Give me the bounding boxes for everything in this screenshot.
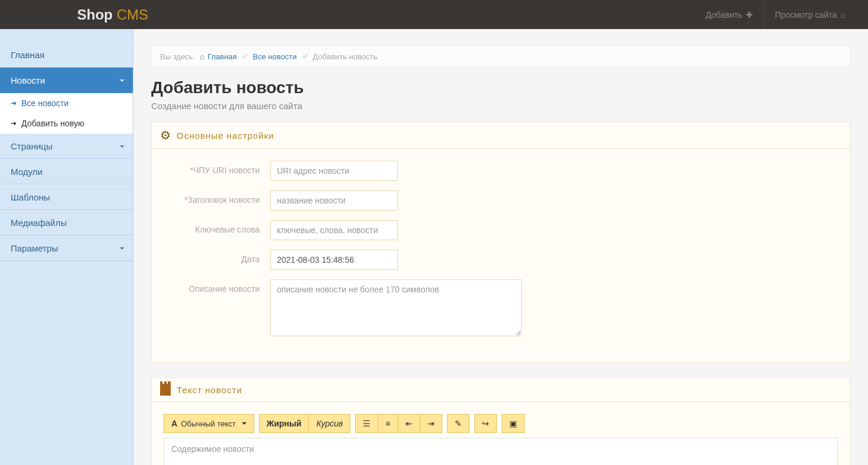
chevron-down-icon (120, 247, 125, 250)
form-row-date: Дата (164, 250, 838, 270)
breadcrumb-home[interactable]: ⌂ Главная (200, 52, 237, 61)
view-site-label: Просмотр сайта (775, 10, 837, 20)
panel-news-text: Текст новости A Обычный текст Жирный Кур… (151, 377, 850, 465)
uri-input[interactable] (270, 161, 398, 181)
chevron-down-icon (120, 79, 125, 82)
unordered-list-button[interactable]: ☰ (355, 414, 378, 433)
brand-shop-text: Shop (77, 7, 113, 23)
main-content: Вы здесь: ⌂ Главная ☍ Все новости ☍ Доба… (133, 29, 868, 465)
font-icon: A (171, 419, 177, 428)
editor-toolbar: A Обычный текст Жирный Курсив ☰ ≡ ⇤ ⇥ (164, 414, 838, 433)
image-icon: ▣ (509, 419, 517, 428)
sidebar-item-home[interactable]: Главная (0, 42, 133, 68)
sidebar-item-media[interactable]: Медиафайлы (0, 210, 133, 235)
panel-header: ⚙ Основные настройки (152, 122, 850, 149)
uri-label: *ЧПУ URI новости (164, 161, 270, 175)
toolbar-group-image: ▣ (502, 414, 525, 433)
breadcrumb-allnews-label: Все новости (253, 52, 296, 61)
outdent-button[interactable]: ⇤ (398, 414, 420, 433)
page-subtitle: Создание новости для вашего сайта (151, 101, 850, 111)
outdent-icon: ⇤ (406, 419, 413, 428)
chevron-down-icon (242, 422, 247, 425)
page-title: Добавить новость (151, 78, 850, 97)
title-label: *Заголовок новости (164, 190, 270, 205)
sidebar-item-label: Страницы (11, 141, 52, 151)
brand-cms-text: CMS (113, 7, 148, 23)
keywords-input[interactable] (270, 220, 398, 240)
arrow-right-icon: ➜ (11, 119, 17, 128)
editor-textarea[interactable]: Содержимое новости (164, 438, 838, 465)
sidebar-item-label: Новости (11, 75, 45, 85)
date-input[interactable] (270, 250, 398, 270)
submenu-add-new[interactable]: ➜ Добавить новую (0, 113, 133, 133)
brand-logo: Shop CMS (77, 7, 148, 23)
home-icon: ⌂ (200, 52, 205, 61)
navbar-right: Добавить ✚ Просмотр сайта ⌂ (695, 0, 856, 29)
link-button[interactable]: ↪ (474, 414, 497, 433)
form-row-uri: *ЧПУ URI новости (164, 161, 838, 181)
style-label: Обычный текст (181, 419, 235, 428)
breadcrumb-all-news[interactable]: Все новости (253, 52, 296, 61)
castle-icon (160, 384, 171, 396)
image-button[interactable]: ▣ (502, 414, 525, 433)
date-label: Дата (164, 250, 270, 264)
sidebar-item-pages[interactable]: Страницы (0, 133, 133, 159)
desc-label: Описание новости (164, 279, 270, 294)
panel-title: Основные настройки (177, 130, 274, 141)
sidebar-item-news[interactable]: Новости (0, 68, 133, 93)
submenu-news: ➜ Все новости ➜ Добавить новую (0, 93, 133, 133)
panel-title: Текст новости (177, 385, 242, 395)
indent-button[interactable]: ⇥ (420, 414, 442, 433)
sidebar-item-templates[interactable]: Шаблоны (0, 184, 133, 210)
breadcrumb-current: Добавить новость (313, 52, 378, 61)
toolbar-group-style: A Обычный текст (164, 414, 254, 433)
style-dropdown-button[interactable]: A Обычный текст (164, 414, 254, 433)
link-icon: ↪ (482, 419, 489, 428)
list-ol-icon: ≡ (385, 419, 390, 428)
breadcrumb-home-label: Главная (208, 52, 237, 61)
breadcrumb: Вы здесь: ⌂ Главная ☍ Все новости ☍ Доба… (151, 46, 850, 68)
bold-button[interactable]: Жирный (259, 414, 309, 433)
sidebar-item-modules[interactable]: Модули (0, 159, 133, 184)
ordered-list-button[interactable]: ≡ (378, 414, 398, 433)
panel-header: Текст новости (152, 378, 850, 402)
desc-textarea[interactable] (270, 279, 522, 336)
form-row-desc: Описание новости (164, 279, 838, 336)
toolbar-group-format: Жирный Курсив (259, 414, 351, 433)
panel-body: A Обычный текст Жирный Курсив ☰ ≡ ⇤ ⇥ (152, 402, 850, 465)
breadcrumb-sep-icon: ☍ (241, 53, 248, 60)
edit-button[interactable]: ✎ (447, 414, 470, 433)
top-navbar: Shop CMS Добавить ✚ Просмотр сайта ⌂ (0, 0, 868, 29)
form-row-keywords: Ключевые слова (164, 220, 838, 240)
toolbar-group-list: ☰ ≡ ⇤ ⇥ (355, 414, 442, 433)
home-icon: ⌂ (841, 10, 845, 20)
chevron-down-icon (120, 145, 125, 148)
sidebar-item-label: Параметры (11, 243, 58, 253)
panel-basic-settings: ⚙ Основные настройки *ЧПУ URI новости *З… (151, 122, 850, 363)
breadcrumb-here: Вы здесь: (160, 52, 195, 61)
title-input[interactable] (270, 190, 398, 211)
sidebar-spacer (0, 29, 133, 42)
sidebar-item-params[interactable]: Параметры (0, 235, 133, 261)
sidebar-item-label: Модули (11, 167, 43, 177)
add-link[interactable]: Добавить ✚ (695, 0, 764, 29)
form-row-title: *Заголовок новости (164, 190, 838, 211)
plus-icon: ✚ (746, 10, 753, 20)
toolbar-group-link: ↪ (474, 414, 497, 433)
submenu-all-news[interactable]: ➜ Все новости (0, 93, 133, 113)
pencil-icon: ✎ (455, 419, 462, 428)
toolbar-group-insert: ✎ (447, 414, 470, 433)
italic-button[interactable]: Курсив (309, 414, 350, 433)
sidebar-item-label: Медиафайлы (11, 218, 67, 228)
submenu-label: Все новости (21, 98, 69, 108)
view-site-link[interactable]: Просмотр сайта ⌂ (764, 0, 856, 29)
sidebar: Главная Новости ➜ Все новости ➜ Добавить… (0, 29, 133, 465)
gear-icon: ⚙ (160, 128, 171, 142)
list-ul-icon: ☰ (363, 419, 371, 428)
submenu-label: Добавить новую (21, 119, 84, 128)
panel-body: *ЧПУ URI новости *Заголовок новости Ключ… (152, 149, 850, 362)
indent-icon: ⇥ (427, 419, 435, 428)
keywords-label: Ключевые слова (164, 220, 270, 234)
sidebar-item-label: Главная (11, 50, 44, 60)
arrow-right-icon: ➜ (11, 99, 17, 107)
